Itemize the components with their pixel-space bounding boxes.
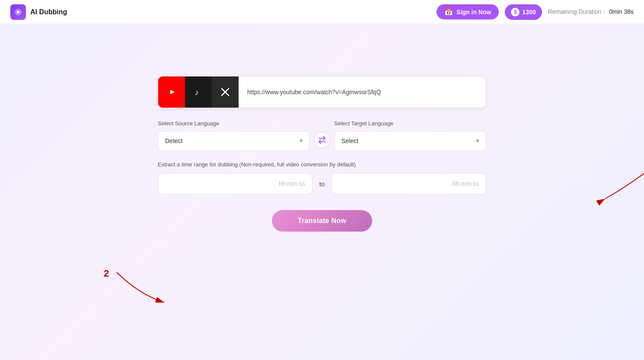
remaining-value: 0min 38s bbox=[609, 8, 634, 15]
tiktok-icon[interactable]: ♪ bbox=[185, 76, 212, 108]
target-language-group: Select Target Language Select English Ch… bbox=[334, 120, 486, 151]
sign-in-label: Sign in Now bbox=[456, 9, 491, 16]
language-section: Select Source Language Detect English Ch… bbox=[158, 120, 486, 151]
credits-value: 1300 bbox=[522, 9, 536, 16]
platform-icons: ♪ bbox=[158, 76, 239, 108]
target-language-label: Select Target Language bbox=[334, 120, 486, 127]
url-input[interactable] bbox=[239, 76, 486, 108]
header-right: 📅 Sign in Now $ 1300 Remaining Duration：… bbox=[437, 4, 634, 20]
svg-text:2: 2 bbox=[104, 268, 109, 279]
twitter-x-icon[interactable] bbox=[212, 76, 239, 108]
url-input-container: ♪ bbox=[158, 76, 486, 108]
header: AI Dubbing 📅 Sign in Now $ 1300 Remainin… bbox=[0, 0, 644, 24]
app-title: AI Dubbing bbox=[30, 8, 67, 16]
language-row: Select Source Language Detect English Ch… bbox=[158, 120, 486, 151]
time-range-label: Extract a time range for dubbing (Non-re… bbox=[158, 161, 486, 168]
time-range-section: Extract a time range for dubbing (Non-re… bbox=[158, 161, 486, 194]
translate-button-wrapper: Translate Now bbox=[272, 210, 372, 232]
dollar-icon: $ bbox=[511, 8, 520, 16]
credits-badge: $ 1300 bbox=[505, 4, 542, 20]
target-select-wrapper: Select English Chinese Spanish French Ge… bbox=[334, 131, 486, 151]
annotation-2-arrow: 2 bbox=[104, 268, 173, 320]
source-language-select[interactable]: Detect English Chinese Spanish French Ge… bbox=[158, 131, 310, 151]
youtube-icon[interactable] bbox=[158, 76, 185, 108]
source-language-label: Select Source Language bbox=[158, 120, 310, 127]
sign-in-button[interactable]: 📅 Sign in Now bbox=[437, 4, 499, 19]
calendar-icon: 📅 bbox=[444, 8, 453, 16]
time-end-input[interactable] bbox=[332, 173, 486, 194]
source-select-wrapper: Detect English Chinese Spanish French Ge… bbox=[158, 131, 310, 151]
svg-text:♪: ♪ bbox=[195, 88, 199, 97]
remaining-label: Remaining Duration： bbox=[548, 8, 608, 15]
target-language-select[interactable]: Select English Chinese Spanish French Ge… bbox=[334, 131, 486, 151]
remaining-duration: Remaining Duration： 0min 38s bbox=[548, 8, 634, 16]
swap-icon[interactable] bbox=[313, 131, 331, 149]
swap-icon-wrapper bbox=[310, 131, 334, 151]
app-logo-icon bbox=[10, 4, 26, 20]
header-logo: AI Dubbing bbox=[10, 4, 67, 20]
page-wrapper: AI Dubbing 📅 Sign in Now $ 1300 Remainin… bbox=[0, 0, 644, 360]
source-language-group: Select Source Language Detect English Ch… bbox=[158, 120, 310, 151]
translate-now-button[interactable]: Translate Now bbox=[272, 210, 372, 232]
svg-point-4 bbox=[314, 132, 330, 148]
time-to-label: to bbox=[319, 180, 325, 188]
time-range-row: to bbox=[158, 173, 486, 194]
time-start-input[interactable] bbox=[158, 173, 312, 194]
main-content: ♪ Select Source Language bbox=[0, 24, 644, 232]
